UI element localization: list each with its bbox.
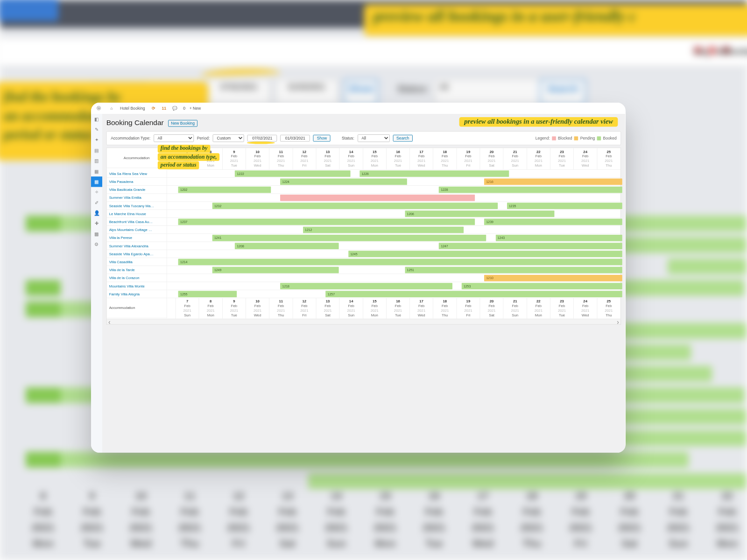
booking-bar[interactable]: 1214 xyxy=(178,259,622,266)
calendar-row: 12181253 xyxy=(167,282,621,290)
accommodation-link[interactable]: Villa Basilicata Grande xyxy=(107,186,167,194)
annotation-scribble xyxy=(247,141,275,144)
booking-bar[interactable]: 1202 xyxy=(178,187,271,193)
sidebar-store-icon[interactable]: ▦ xyxy=(91,166,102,176)
accommodation-link[interactable]: Villa Sa Riera Sea View xyxy=(107,170,167,178)
booking-bar[interactable]: 1226 xyxy=(359,170,509,177)
home-icon[interactable]: ⌂ xyxy=(107,106,116,110)
booking-bar[interactable]: 1247 xyxy=(439,243,622,249)
acc-type-select[interactable]: All xyxy=(154,134,194,142)
booking-bar[interactable]: 1237 xyxy=(178,219,475,225)
booking-bar[interactable]: 1224 xyxy=(280,179,407,185)
updates-icon[interactable]: ⟳ xyxy=(149,106,158,110)
sidebar-calendar-icon[interactable]: ▦ xyxy=(91,176,102,187)
bg-annotation-top: preview all bookings in a user-friendly … xyxy=(364,5,747,36)
accommodation-link[interactable]: Seaside Villa Egardo Apa… xyxy=(107,250,167,258)
sidebar-pin-icon[interactable]: ✎ xyxy=(91,124,102,134)
booking-bar[interactable]: 1243 xyxy=(495,235,622,241)
accommodation-link[interactable]: Beachfront Villa Casa Au… xyxy=(107,218,167,226)
new-booking-button[interactable]: New Booking xyxy=(168,120,197,127)
accommodation-link[interactable]: Villa Pasadena xyxy=(107,178,167,186)
site-name[interactable]: Hotel Booking xyxy=(120,106,145,110)
status-select[interactable]: All xyxy=(358,134,390,142)
sidebar-tools-icon[interactable]: ✚ xyxy=(91,218,102,229)
date-to-input[interactable] xyxy=(280,135,310,142)
acc-type-label: Accommodation Type: xyxy=(111,136,150,140)
legend-swatch-booked xyxy=(597,136,601,140)
booking-bar[interactable]: 1257 xyxy=(325,291,622,297)
period-label: Period: xyxy=(197,136,210,140)
calendar-row: 1214 xyxy=(167,258,621,266)
sidebar-user-icon[interactable]: 👤 xyxy=(91,208,102,218)
booking-bar[interactable]: 1228 xyxy=(439,187,622,193)
booking-bar[interactable]: 1212 xyxy=(303,227,464,233)
screenshot-card: ⓦ ⌂ Hotel Booking ⟳ 11 💬 0 + New ◧ ✎ ✦ ▤… xyxy=(91,103,626,453)
calendar-row: 12021228 xyxy=(167,186,621,194)
calendar-row: 12081247 xyxy=(167,242,621,250)
wp-sidebar: ◧ ✎ ✦ ▤ ▥ ▦ ▦ ✧ ✐ 👤 ✚ ▩ ⚙ xyxy=(91,114,102,453)
accommodation-link[interactable]: Villa de la Corazon xyxy=(107,274,167,282)
calendar-row: 12221226 xyxy=(167,170,621,178)
booking-bar[interactable]: 1253 xyxy=(462,283,622,289)
status-label: Status: xyxy=(342,136,354,140)
accommodation-link[interactable]: Villa la Perese xyxy=(107,234,167,242)
sidebar-grid-icon[interactable]: ▩ xyxy=(91,229,102,239)
booking-bar[interactable]: 1216 xyxy=(484,179,622,185)
sidebar-pages-icon[interactable]: ▤ xyxy=(91,145,102,155)
accommodation-link[interactable]: Summer Villa Alexandria xyxy=(107,242,167,250)
accommodation-link[interactable]: Le Marche Etna House xyxy=(107,210,167,218)
calendar-row: 1245 xyxy=(167,250,621,258)
updates-count: 11 xyxy=(162,106,167,110)
booking-bar[interactable]: 1235 xyxy=(507,203,622,209)
sidebar-comments-icon[interactable]: ▥ xyxy=(91,156,102,166)
calendar-row: 1212 xyxy=(167,226,621,234)
date-from-input[interactable] xyxy=(247,135,277,142)
wordpress-icon[interactable]: ⓦ xyxy=(94,105,103,111)
calendar-grid: Accommodation 7Feb2021Sun8Feb2021Mon9Feb… xyxy=(107,148,621,319)
calendar-row: 12321235 xyxy=(167,202,621,210)
booking-bar[interactable]: 1255 xyxy=(178,291,237,297)
calendar-row: 12491251 xyxy=(167,266,621,274)
booking-bar[interactable]: 1208 xyxy=(235,243,339,249)
booking-bar[interactable]: 1241 xyxy=(212,235,486,241)
sidebar-dashboard-icon[interactable]: ◧ xyxy=(91,114,102,124)
new-link[interactable]: + New xyxy=(190,106,201,110)
booking-bar[interactable]: 1249 xyxy=(212,267,339,273)
search-button[interactable]: Search xyxy=(393,135,413,142)
accommodation-link[interactable]: Villa Casadillia xyxy=(107,258,167,266)
booking-bar[interactable]: 1232 xyxy=(212,203,498,209)
sidebar-settings-icon[interactable]: ⚙ xyxy=(91,239,102,249)
calendar-row: 12371239 xyxy=(167,218,621,226)
accommodation-link[interactable]: Summer Villa Emilia xyxy=(107,194,167,202)
horizontal-scrollbar[interactable] xyxy=(106,319,621,324)
annotation-filters: find the bookings by an accommodation ty… xyxy=(158,145,220,169)
wp-adminbar: ⓦ ⌂ Hotel Booking ⟳ 11 💬 0 + New xyxy=(91,103,625,114)
calendar-row xyxy=(167,194,621,202)
comments-icon[interactable]: 💬 xyxy=(170,106,179,110)
accommodation-link[interactable]: Family Villa Alegria xyxy=(107,290,167,298)
sidebar-key-icon[interactable]: ✧ xyxy=(91,187,102,197)
booking-bar[interactable]: 1251 xyxy=(405,267,622,273)
period-select[interactable]: Custom xyxy=(213,134,244,142)
booking-bar[interactable]: 1239 xyxy=(484,219,622,225)
calendar-row: 12241216 xyxy=(167,178,621,186)
legend-swatch-pending xyxy=(574,136,578,140)
show-button[interactable]: Show xyxy=(313,135,331,142)
booking-bar[interactable]: 1206 xyxy=(405,210,554,217)
annotation-top: preview all bookings in a user-friendly … xyxy=(459,117,618,127)
booking-bar[interactable]: 1245 xyxy=(348,251,622,257)
calendar-row: 12551257 xyxy=(167,290,621,298)
sidebar-media-icon[interactable]: ✦ xyxy=(91,135,102,145)
booking-bar[interactable]: 1222 xyxy=(235,170,350,177)
sidebar-brush-icon[interactable]: ✐ xyxy=(91,197,102,208)
booking-bar[interactable]: 1210 xyxy=(484,275,622,281)
accommodation-link[interactable]: Alps Mountains Cottage … xyxy=(107,226,167,234)
calendar-row: 1210 xyxy=(167,274,621,282)
booking-bar[interactable]: 1218 xyxy=(280,283,452,289)
accommodation-link[interactable]: Seaside Villa Tuscany Ma… xyxy=(107,202,167,210)
accommodation-link[interactable]: Mountains Villa Monte xyxy=(107,282,167,290)
accommodation-link[interactable]: Villa de la Tarde xyxy=(107,266,167,274)
booking-bar[interactable] xyxy=(280,195,475,201)
calendar-row: 12411243 xyxy=(167,234,621,242)
comments-count: 0 xyxy=(183,106,185,110)
